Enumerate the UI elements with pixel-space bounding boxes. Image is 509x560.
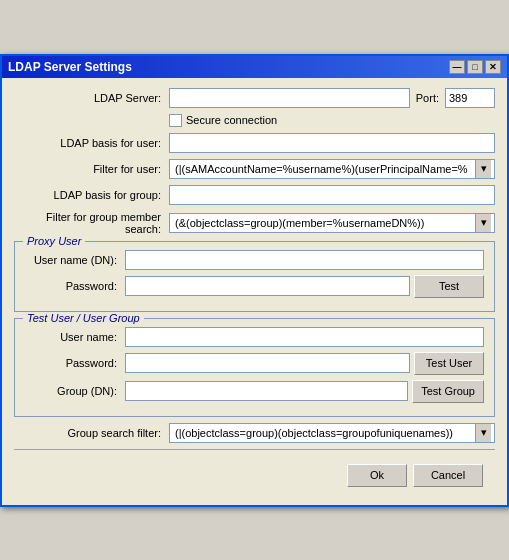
bottom-separator: [14, 449, 495, 450]
maximize-button[interactable]: □: [467, 60, 483, 74]
proxy-password-row: Password: Test: [25, 275, 484, 298]
ok-button[interactable]: Ok: [347, 464, 407, 487]
title-bar: LDAP Server Settings — □ ✕: [2, 56, 507, 78]
close-button[interactable]: ✕: [485, 60, 501, 74]
title-bar-controls: — □ ✕: [449, 60, 501, 74]
ldap-basis-group-row: LDAP basis for group:: [14, 185, 495, 205]
ldap-settings-window: LDAP Server Settings — □ ✕ LDAP Server: …: [0, 54, 509, 507]
ldap-basis-user-label: LDAP basis for user:: [14, 137, 169, 149]
test-password-label: Password:: [25, 357, 125, 369]
secure-connection-row: Secure connection: [14, 114, 495, 127]
test-group-label: Group (DN):: [25, 385, 125, 397]
filter-user-value: (|(sAMAccountName=%username%)(userPrinci…: [173, 163, 475, 175]
minimize-button[interactable]: —: [449, 60, 465, 74]
test-username-row: User name:: [25, 327, 484, 347]
filter-group-value: (&(objectclass=group)(member=%usernameDN…: [173, 217, 475, 229]
test-username-label: User name:: [25, 331, 125, 343]
group-search-filter-value: (|(objectclass=group)(objectclass=groupo…: [173, 427, 475, 439]
filter-user-dropdown-arrow[interactable]: ▾: [475, 160, 491, 178]
test-group-input[interactable]: [125, 381, 408, 401]
test-section-title: Test User / User Group: [23, 312, 144, 324]
proxy-test-button[interactable]: Test: [414, 275, 484, 298]
test-password-row: Password: Test User: [25, 352, 484, 375]
proxy-username-input[interactable]: [125, 250, 484, 270]
form-content: LDAP Server: Port: Secure connection LDA…: [2, 78, 507, 505]
filter-group-label: Filter for group member search:: [14, 211, 169, 235]
ldap-basis-user-input[interactable]: [169, 133, 495, 153]
ldap-basis-group-input[interactable]: [169, 185, 495, 205]
proxy-username-label: User name (DN):: [25, 254, 125, 266]
secure-connection-label: Secure connection: [186, 114, 277, 126]
secure-connection-checkbox[interactable]: [169, 114, 182, 127]
ldap-basis-group-label: LDAP basis for group:: [14, 189, 169, 201]
proxy-user-group: Proxy User User name (DN): Password: Tes…: [14, 241, 495, 312]
group-search-filter-dropdown-arrow[interactable]: ▾: [475, 424, 491, 442]
ldap-server-row: LDAP Server: Port:: [14, 88, 495, 108]
group-search-filter-row: Group search filter: (|(objectclass=grou…: [14, 423, 495, 443]
proxy-password-input[interactable]: [125, 276, 410, 296]
proxy-user-title: Proxy User: [23, 235, 85, 247]
filter-group-dropdown-arrow[interactable]: ▾: [475, 214, 491, 232]
test-password-input[interactable]: [125, 353, 410, 373]
secure-connection-container: Secure connection: [169, 114, 277, 127]
test-user-group: Test User / User Group User name: Passwo…: [14, 318, 495, 417]
test-user-button[interactable]: Test User: [414, 352, 484, 375]
ldap-server-input[interactable]: [169, 88, 410, 108]
window-title: LDAP Server Settings: [8, 60, 132, 74]
ldap-server-label: LDAP Server:: [14, 92, 169, 104]
dialog-buttons: Ok Cancel: [14, 458, 495, 495]
test-group-button[interactable]: Test Group: [412, 380, 484, 403]
proxy-password-label: Password:: [25, 280, 125, 292]
cancel-button[interactable]: Cancel: [413, 464, 483, 487]
group-search-filter-label: Group search filter:: [14, 427, 169, 439]
test-group-row: Group (DN): Test Group: [25, 380, 484, 403]
port-input[interactable]: [445, 88, 495, 108]
ldap-basis-user-row: LDAP basis for user:: [14, 133, 495, 153]
filter-group-row: Filter for group member search: (&(objec…: [14, 211, 495, 235]
filter-user-label: Filter for user:: [14, 163, 169, 175]
port-label: Port:: [416, 92, 439, 104]
test-username-input[interactable]: [125, 327, 484, 347]
filter-user-row: Filter for user: (|(sAMAccountName=%user…: [14, 159, 495, 179]
proxy-username-row: User name (DN):: [25, 250, 484, 270]
